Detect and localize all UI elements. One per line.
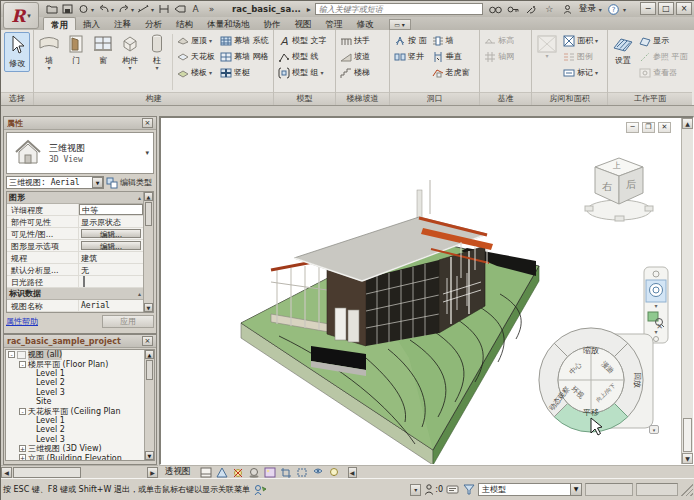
scroll-left-icon[interactable]: ◀: [348, 467, 357, 478]
type-selector[interactable]: 三维视图 3D View ▾: [6, 132, 154, 174]
show-crop-icon[interactable]: [296, 467, 309, 478]
tree-node[interactable]: -楼层平面 (Floor Plan): [6, 359, 144, 368]
edit-type-button[interactable]: 编辑类型: [106, 177, 154, 189]
visibility-edit-button[interactable]: 编辑...: [81, 229, 141, 238]
curtain-grid-button[interactable]: 幕墙 网格: [218, 49, 271, 64]
property-row[interactable]: 图形显示选项 编辑...: [7, 240, 143, 252]
measure-icon[interactable]: [137, 3, 150, 15]
model-line-button[interactable]: 模型 线: [276, 49, 329, 64]
close-icon[interactable]: ×: [142, 118, 153, 128]
close-icon[interactable]: ×: [142, 336, 153, 346]
chevron-down-icon[interactable]: ▾: [410, 484, 421, 496]
tag-room-button[interactable]: 标记▾: [561, 65, 600, 80]
tab-annotate[interactable]: 注释: [107, 17, 138, 30]
instance-selector-combo[interactable]: 三维视图: Aerial ▼: [6, 176, 104, 189]
shaft-opening-button[interactable]: 竖井: [392, 49, 429, 64]
infocenter-expand-icon[interactable]: ▸: [307, 5, 311, 14]
wheel-close-icon[interactable]: ✕: [656, 322, 663, 331]
visual-style-icon[interactable]: [216, 467, 229, 478]
tree-toggle-icon[interactable]: -: [19, 361, 26, 368]
communication-center-icon[interactable]: [525, 3, 538, 15]
dormer-opening-button[interactable]: 老虎窗: [430, 65, 472, 80]
door-button[interactable]: 门: [63, 32, 89, 68]
browser-scrollbar[interactable]: ▲ ▼: [144, 350, 154, 460]
sun-path-icon[interactable]: [232, 467, 245, 478]
legend-button[interactable]: 图例: [561, 49, 600, 64]
tab-home[interactable]: 常用: [43, 17, 76, 30]
property-row[interactable]: 日光路径: [7, 276, 143, 288]
scroll-left-icon[interactable]: ◀: [1, 467, 12, 478]
tab-collaborate[interactable]: 协作: [257, 17, 288, 30]
stair-button[interactable]: 楼梯: [338, 65, 372, 80]
chevron-down-icon[interactable]: ▾: [623, 6, 626, 13]
wheel-menu-icon[interactable]: ▾: [649, 425, 659, 434]
browser-hscrollbar[interactable]: ◀ ▶: [1, 465, 158, 478]
chevron-down-icon[interactable]: ▾: [91, 6, 94, 13]
chevron-down-icon[interactable]: ▾: [599, 6, 602, 13]
scroll-up-icon[interactable]: ▲: [145, 350, 154, 359]
aligned-dimension-icon[interactable]: [157, 3, 170, 15]
properties-help-link[interactable]: 属性帮助: [6, 316, 38, 327]
tree-toggle-icon[interactable]: +: [19, 454, 26, 461]
tab-analyze[interactable]: 分析: [138, 17, 169, 30]
grid-button[interactable]: 轴网: [482, 49, 516, 64]
show-work-plane-button[interactable]: 显示: [637, 33, 690, 48]
sign-in-label[interactable]: 登录: [579, 3, 596, 15]
sign-in-person-icon[interactable]: [561, 3, 574, 15]
section-graphics[interactable]: 图形▴: [7, 192, 143, 204]
properties-scrollbar[interactable]: ▲ ▼: [143, 192, 153, 312]
reveal-hidden-icon[interactable]: [328, 467, 341, 478]
maximize-button[interactable]: □: [658, 2, 674, 15]
tree-toggle-icon[interactable]: +: [19, 445, 26, 452]
floor-button[interactable]: 楼板▾: [175, 65, 217, 80]
area-button[interactable]: 面积▾: [561, 33, 600, 48]
display-options-edit-button[interactable]: 编辑...: [81, 241, 141, 250]
chevron-down-icon[interactable]: ▾: [111, 6, 114, 13]
modify-button[interactable]: 修改: [4, 32, 30, 72]
opening-by-face-button[interactable]: 按 面: [392, 33, 429, 48]
rendering-icon[interactable]: [264, 467, 277, 478]
model-text-button[interactable]: A 模型 文字: [276, 33, 329, 48]
drawing-vscrollbar[interactable]: ▲ ▼: [681, 118, 693, 464]
scroll-up-icon[interactable]: ▲: [682, 118, 693, 129]
drawing-area[interactable]: ─ ❐ ✕: [159, 116, 694, 465]
search-input[interactable]: [315, 3, 483, 15]
window-button[interactable]: 窗: [90, 32, 116, 68]
scale-icon[interactable]: [200, 467, 213, 478]
property-row[interactable]: 规程 建筑: [7, 252, 143, 264]
room-button[interactable]: ▾: [534, 32, 560, 60]
shadows-icon[interactable]: [248, 467, 261, 478]
toolbar-overflow-icon[interactable]: »: [205, 3, 218, 15]
property-row[interactable]: 视图名称 Aerial: [7, 300, 143, 312]
favorites-star-icon[interactable]: ☆: [543, 3, 556, 15]
editing-requests-icon[interactable]: [446, 484, 459, 495]
redo-icon[interactable]: [117, 3, 130, 15]
wall-button[interactable]: 墙▾: [36, 32, 62, 72]
close-button[interactable]: ×: [676, 2, 692, 15]
tag-icon[interactable]: [173, 3, 186, 15]
tree-node[interactable]: +立面 (Building Elevation: [6, 453, 144, 461]
tab-view[interactable]: 视图: [288, 17, 319, 30]
model-group-button[interactable]: 模型 组▾: [276, 65, 329, 80]
viewcube[interactable]: 上 右 后: [577, 146, 661, 238]
mullion-button[interactable]: 竖梃: [218, 65, 271, 80]
view-close-icon[interactable]: ✕: [658, 122, 671, 133]
scroll-down-icon[interactable]: ▼: [682, 453, 693, 464]
property-row[interactable]: 详细程度 中等: [7, 204, 143, 216]
minimize-button[interactable]: −: [640, 2, 656, 15]
sync-icon[interactable]: [77, 3, 90, 15]
ramp-button[interactable]: 坡道: [338, 49, 372, 64]
viewer-button[interactable]: 查看器: [637, 65, 690, 80]
worksets-indicator[interactable]: :0: [424, 484, 443, 495]
ribbon-state-toggle-icon[interactable]: ▭ ▾: [389, 19, 411, 30]
tab-insert[interactable]: 插入: [76, 17, 107, 30]
subscription-key-icon[interactable]: [507, 3, 520, 15]
curtain-system-button[interactable]: 幕墙 系统: [218, 33, 271, 48]
chevron-down-icon[interactable]: ▾: [131, 6, 134, 13]
chevron-down-icon[interactable]: ▾: [654, 302, 657, 309]
scroll-down-icon[interactable]: ▼: [145, 451, 154, 460]
tree-node[interactable]: Level 1: [6, 369, 144, 378]
tab-manage[interactable]: 管理: [319, 17, 350, 30]
level-button[interactable]: 标高: [482, 33, 516, 48]
tree-node[interactable]: Level 3: [6, 388, 144, 397]
